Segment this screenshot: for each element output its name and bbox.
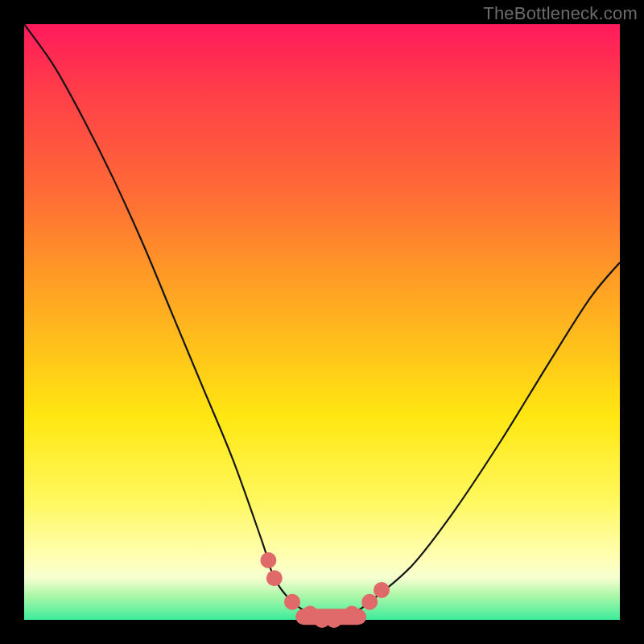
curve-layer xyxy=(24,24,620,620)
watermark-text: TheBottleneck.com xyxy=(483,3,638,24)
bottleneck-curve xyxy=(24,24,620,621)
highlight-point xyxy=(361,594,378,610)
highlight-point xyxy=(374,582,390,598)
plot-area xyxy=(24,24,620,620)
highlight-point xyxy=(266,570,283,586)
chart-frame: TheBottleneck.com xyxy=(0,0,644,644)
highlight-point xyxy=(344,606,360,622)
highlight-point xyxy=(284,594,300,610)
highlight-point xyxy=(326,612,342,628)
highlight-point xyxy=(260,552,276,568)
highlight-markers xyxy=(260,552,390,628)
